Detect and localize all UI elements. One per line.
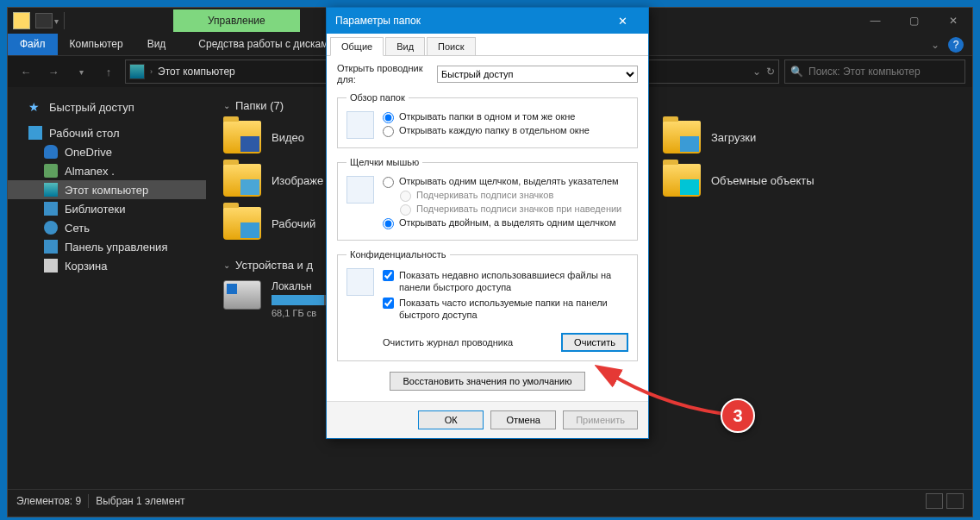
privacy-icon (346, 268, 374, 296)
search-placeholder: Поиск: Этот компьютер (808, 66, 921, 78)
qat-button[interactable] (35, 13, 53, 28)
folder-icon (663, 164, 701, 197)
user-icon (44, 164, 58, 178)
statusbar: Элементов: 9 Выбран 1 элемент (8, 489, 972, 511)
manage-tab[interactable]: Управление (173, 9, 300, 32)
help-icon[interactable]: ? (948, 37, 964, 53)
check-frequent-folders[interactable]: Показать часто используемые папки на пан… (383, 298, 628, 322)
browse-icon (346, 111, 374, 139)
view-large-button[interactable] (946, 493, 964, 509)
file-tab[interactable]: Файл (8, 34, 58, 55)
search-icon: 🔍 (790, 66, 803, 78)
sidebar-user[interactable]: Almanex . (8, 161, 206, 180)
dialog-title: Параметры папок (335, 15, 421, 27)
drive-icon (223, 280, 261, 310)
radio-new-window[interactable]: Открывать каждую папку в отдельном окне (383, 125, 628, 137)
separator (88, 494, 89, 508)
folder-icon (663, 121, 701, 153)
breadcrumb-chevron-icon[interactable]: › (150, 67, 153, 76)
recycle-bin-icon (44, 259, 58, 273)
clicks-icon (346, 176, 374, 204)
control-panel-icon (44, 240, 58, 254)
tab-view[interactable]: Вид (385, 37, 425, 55)
close-button[interactable]: ✕ (933, 8, 972, 34)
cancel-button[interactable]: Отмена (490, 410, 556, 429)
annotation-badge: 3 (721, 398, 755, 433)
pc-icon (44, 183, 58, 197)
clear-button[interactable]: Очистить (561, 333, 628, 352)
breadcrumb-location[interactable]: Этот компьютер (158, 66, 235, 78)
chevron-down-icon: ⌄ (223, 260, 230, 270)
disk-tools-tab[interactable]: Средства работы с дисками (186, 34, 346, 55)
view-details-button[interactable] (926, 493, 943, 509)
sidebar-onedrive[interactable]: OneDrive (8, 142, 206, 161)
sidebar-this-pc[interactable]: Этот компьютер (8, 180, 206, 199)
sidebar-network[interactable]: Сеть (8, 218, 206, 237)
tab-general[interactable]: Общие (330, 37, 384, 56)
open-explorer-label: Открыть проводник для: (337, 63, 432, 85)
separator (64, 12, 65, 29)
minimize-button[interactable]: — (856, 8, 895, 34)
browse-legend: Обзор папок (346, 92, 409, 103)
restore-defaults-button[interactable]: Восстановить значения по умолчанию (390, 372, 584, 391)
radio-same-window[interactable]: Открывать папки в одном и том же окне (383, 111, 628, 123)
folder-icon (223, 207, 261, 240)
radio-single-click[interactable]: Открывать одним щелчком, выделять указат… (383, 176, 628, 188)
folder-icon (223, 164, 261, 197)
open-explorer-select[interactable]: Быстрый доступ (437, 66, 638, 83)
network-icon (44, 221, 58, 235)
status-selected: Выбран 1 элемент (96, 495, 184, 507)
libraries-icon (44, 202, 58, 216)
dialog-tabs: Общие Вид Поиск (327, 34, 648, 56)
folder-downloads[interactable]: Загрузки (663, 121, 861, 153)
sidebar: ★Быстрый доступ Рабочий стол OneDrive Al… (8, 87, 206, 489)
forward-button[interactable]: → (42, 60, 65, 83)
qat-chevron-icon[interactable]: ▾ (54, 16, 59, 26)
sidebar-quick-access[interactable]: ★Быстрый доступ (8, 97, 206, 116)
folder-icon (13, 12, 30, 29)
search-input[interactable]: 🔍 Поиск: Этот компьютер (784, 60, 965, 84)
back-button[interactable]: ← (15, 60, 37, 83)
sidebar-recycle-bin[interactable]: Корзина (8, 256, 206, 275)
clicks-legend: Щелчки мышью (346, 157, 422, 167)
radio-underline-always: Подчеркивать подписи значков (400, 190, 628, 202)
sidebar-desktop[interactable]: Рабочий стол (8, 123, 206, 142)
sidebar-libraries[interactable]: Библиотеки (8, 199, 206, 218)
ribbon-chevron-icon[interactable]: ⌄ (931, 39, 939, 51)
dialog-titlebar[interactable]: Параметры папок ✕ (327, 8, 648, 34)
apply-button[interactable]: Применить (563, 410, 638, 429)
click-behavior-group: Щелчки мышью Открывать одним щелчком, вы… (337, 157, 638, 241)
recent-locations-button[interactable]: ▾ (70, 60, 92, 83)
chevron-down-icon: ⌄ (223, 101, 230, 110)
privacy-legend: Конфиденциальность (346, 249, 450, 260)
cloud-icon (44, 145, 58, 159)
refresh-icon[interactable]: ↻ (766, 66, 775, 78)
folder-3d-objects[interactable]: Объемные объекты (663, 164, 861, 197)
window-controls: — ▢ ✕ (856, 8, 972, 34)
star-icon: ★ (28, 100, 42, 114)
address-dropdown-icon[interactable]: ⌄ (752, 66, 761, 78)
pc-icon (129, 64, 145, 79)
radio-underline-hover: Подчеркивать подписи значков при наведен… (400, 204, 628, 216)
tab-search[interactable]: Поиск (427, 37, 475, 55)
ok-button[interactable]: ОК (418, 410, 484, 429)
privacy-group: Конфиденциальность Показать недавно испо… (337, 249, 638, 361)
computer-tab[interactable]: Компьютер (58, 34, 135, 55)
sidebar-control-panel[interactable]: Панель управления (8, 237, 206, 256)
radio-double-click[interactable]: Открывать двойным, а выделять одним щелч… (383, 217, 628, 229)
dialog-close-button[interactable]: ✕ (605, 15, 640, 28)
folder-icon (223, 121, 261, 153)
desktop-icon (28, 126, 42, 140)
maximize-button[interactable]: ▢ (895, 8, 933, 34)
folder-options-dialog: Параметры папок ✕ Общие Вид Поиск Открыт… (326, 7, 649, 439)
view-tab[interactable]: Вид (135, 34, 178, 55)
check-recent-files[interactable]: Показать недавно использовавшиеся файлы … (383, 270, 628, 294)
browse-folders-group: Обзор папок Открывать папки в одном и то… (337, 92, 638, 148)
clear-history-label: Очистить журнал проводника (383, 337, 561, 348)
status-item-count: Элементов: 9 (16, 495, 81, 507)
up-button[interactable]: ↑ (97, 60, 120, 83)
